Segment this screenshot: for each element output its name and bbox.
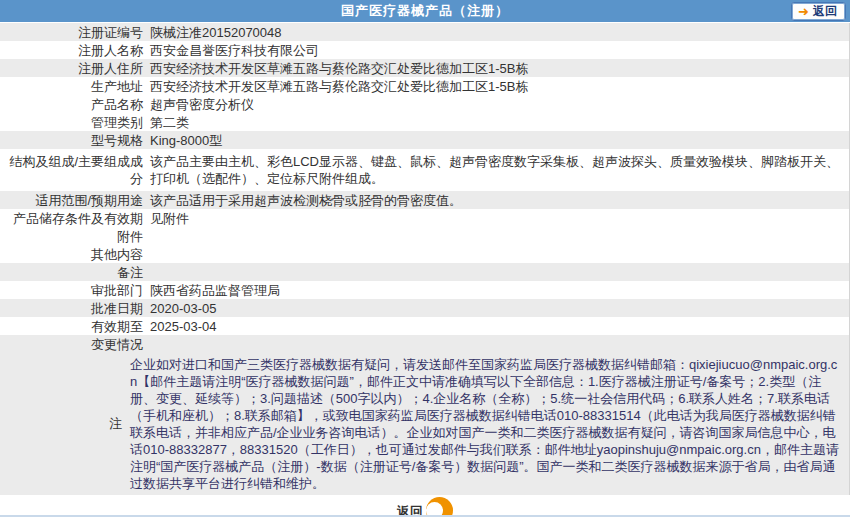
field-label: 型号规格 — [0, 132, 150, 149]
field-label: 注册人住所 — [0, 60, 150, 77]
return-circle-icon — [426, 497, 453, 517]
field-label: 管理类别 — [0, 114, 150, 131]
field-label: 附件 — [0, 228, 150, 245]
field-value: 陕西省药品监督管理局 — [150, 282, 849, 299]
note-text: 企业如对进口和国产三类医疗器械数据有疑问，请发送邮件至国家药监局医疗器械数据纠错… — [130, 356, 849, 492]
back-button-bottom-label: 返回 — [397, 503, 423, 517]
field-value: 该产品适用于采用超声波检测桡骨或胫骨的骨密度值。 — [150, 192, 849, 209]
note-label: 注 — [0, 415, 130, 433]
field-value: 见附件 — [150, 210, 849, 227]
row-other-content: 其他内容 — [0, 245, 849, 263]
footer: 返回 — [0, 495, 850, 517]
field-label: 备注 — [0, 264, 150, 281]
row-intended-use: 适用范围/预期用途 该产品适用于采用超声波检测桡骨或胫骨的骨密度值。 — [0, 191, 849, 209]
row-product-name: 产品名称 超声骨密度分析仪 — [0, 95, 849, 113]
row-management-class: 管理类别 第二类 — [0, 113, 849, 131]
field-label: 结构及组成/主要组成成分 — [0, 153, 150, 187]
row-model-spec: 型号规格 King-8000型 — [0, 131, 849, 149]
row-approval-date: 批准日期 2020-03-05 — [0, 299, 849, 317]
page-title: 国产医疗器械产品（注册） — [0, 0, 850, 22]
field-label: 有效期至 — [0, 318, 150, 335]
field-value: 陕械注准20152070048 — [150, 24, 849, 41]
row-registrant-address: 注册人住所 西安经济技术开发区草滩五路与蔡伦路交汇处爱比德加工区1-5B栋 — [0, 59, 849, 77]
row-registrant-name: 注册人名称 西安金昌誉医疗科技有限公司 — [0, 41, 849, 59]
field-value: 2025-03-04 — [150, 318, 849, 335]
row-structure-composition: 结构及组成/主要组成成分 该产品主要由主机、彩色LCD显示器、键盘、鼠标、超声骨… — [0, 149, 849, 191]
row-production-address: 生产地址 西安经济技术开发区草滩五路与蔡伦路交汇处爱比德加工区1-5B栋 — [0, 77, 849, 95]
field-value: 该产品主要由主机、彩色LCD显示器、键盘、鼠标、超声骨密度数字采集板、超声波探头… — [150, 153, 849, 187]
device-registration-page: 国产医疗器械产品（注册） ➜ 返回 注册证编号 陕械注准20152070048 … — [0, 0, 850, 517]
back-button-bottom[interactable]: 返回 — [397, 497, 453, 517]
row-valid-until: 有效期至 2025-03-04 — [0, 317, 849, 335]
field-label: 审批部门 — [0, 282, 150, 299]
field-label: 其他内容 — [0, 246, 150, 263]
field-label: 适用范围/预期用途 — [0, 192, 150, 209]
row-approval-department: 审批部门 陕西省药品监督管理局 — [0, 281, 849, 299]
row-remarks: 备注 — [0, 263, 849, 281]
row-attachment: 附件 — [0, 227, 849, 245]
field-label: 产品名称 — [0, 96, 150, 113]
back-button-top-label: 返回 — [813, 5, 837, 18]
field-value: 西安经济技术开发区草滩五路与蔡伦路交汇处爱比德加工区1-5B栋 — [150, 60, 849, 77]
row-note: 注 企业如对进口和国产三类医疗器械数据有疑问，请发送邮件至国家药监局医疗器械数据… — [0, 353, 849, 495]
record-table: 注册证编号 陕械注准20152070048 注册人名称 西安金昌誉医疗科技有限公… — [0, 23, 850, 495]
field-label: 变更情况 — [0, 336, 150, 353]
arrow-right-icon: ➜ — [798, 5, 809, 18]
field-label: 产品储存条件及有效期 — [0, 210, 150, 227]
row-storage-conditions: 产品储存条件及有效期 见附件 — [0, 209, 849, 227]
field-value: 西安经济技术开发区草滩五路与蔡伦路交汇处爱比德加工区1-5B栋 — [150, 78, 849, 95]
field-value: 西安金昌誉医疗科技有限公司 — [150, 42, 849, 59]
back-button-top[interactable]: ➜ 返回 — [791, 2, 846, 21]
field-label: 生产地址 — [0, 78, 150, 95]
row-cert-number: 注册证编号 陕械注准20152070048 — [0, 23, 849, 41]
row-change-status: 变更情况 — [0, 335, 849, 353]
field-label: 注册证编号 — [0, 24, 150, 41]
title-bar: 国产医疗器械产品（注册） ➜ 返回 — [0, 0, 850, 23]
field-value: 超声骨密度分析仪 — [150, 96, 849, 113]
field-value: 2020-03-05 — [150, 300, 849, 317]
field-label: 注册人名称 — [0, 42, 150, 59]
field-value: 第二类 — [150, 114, 849, 131]
field-value: King-8000型 — [150, 132, 849, 149]
field-label: 批准日期 — [0, 300, 150, 317]
